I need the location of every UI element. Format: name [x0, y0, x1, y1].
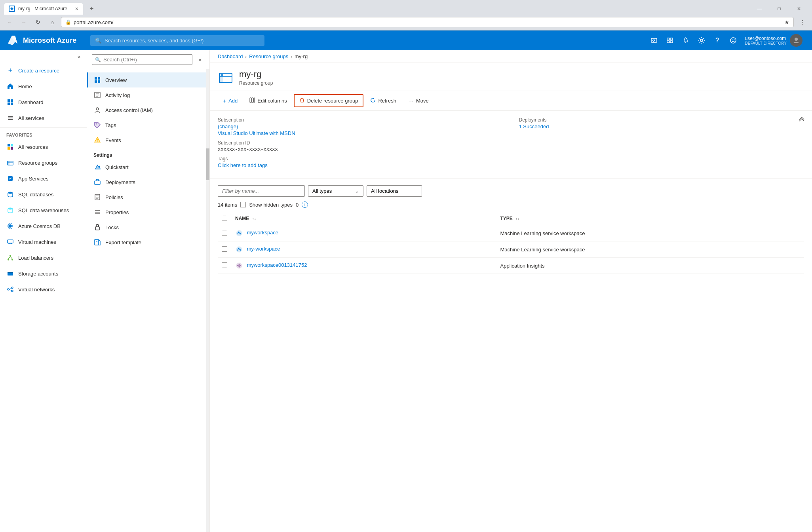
- subscription-value-link[interactable]: Visual Studio Ultimate with MSDN: [218, 130, 295, 136]
- svg-point-41: [11, 290, 13, 292]
- row3-name-link[interactable]: myworkspace0013141752: [247, 262, 307, 268]
- all-types-dropdown[interactable]: All types ⌄: [308, 185, 363, 197]
- sidebar-item-virtual-networks[interactable]: Virtual networks: [0, 281, 87, 297]
- blade-nav-access-control[interactable]: Access control (IAM): [87, 103, 209, 118]
- blade-nav-overview[interactable]: Overview: [87, 72, 209, 87]
- svg-rect-21: [11, 144, 13, 146]
- blade-nav-locks[interactable]: Locks: [87, 220, 209, 235]
- sidebar-item-sql-databases[interactable]: SQL databases: [0, 186, 87, 202]
- row1-name-cell: myworkspace: [231, 225, 496, 241]
- row1-checkbox[interactable]: [222, 230, 227, 236]
- header-icons: ? user@contoso.com DEFAULT DIRECTORY: [647, 32, 806, 48]
- all-locations-dropdown[interactable]: All locations: [367, 185, 422, 197]
- settings-btn[interactable]: [694, 33, 709, 48]
- global-search[interactable]: 🔍 Search resources, services, and docs (…: [90, 35, 264, 46]
- svg-rect-33: [8, 240, 13, 243]
- ml-workspace-icon: [235, 229, 243, 237]
- row1-checkbox-cell: [218, 225, 231, 241]
- new-tab-btn[interactable]: +: [86, 5, 97, 13]
- row2-name-link[interactable]: my-workspace: [247, 246, 280, 252]
- th-checkbox: [218, 212, 231, 225]
- info-collapse-btn[interactable]: [798, 116, 806, 124]
- blade-nav-deployments[interactable]: Deployments: [87, 175, 209, 190]
- sidebar-item-storage-accounts[interactable]: Storage accounts: [0, 266, 87, 281]
- breadcrumb-resource-groups[interactable]: Resource groups: [249, 53, 288, 59]
- svg-rect-2: [667, 38, 669, 40]
- tags-value-link[interactable]: Click here to add tags: [218, 162, 268, 168]
- deployments-icon: [93, 178, 101, 186]
- sidebar-item-all-services[interactable]: All services: [0, 110, 87, 126]
- add-btn[interactable]: + Add: [218, 95, 243, 107]
- delete-resource-group-btn[interactable]: Delete resource group: [294, 94, 364, 107]
- blade-nav-export-template[interactable]: Export template: [87, 235, 209, 250]
- resources-filters: All types ⌄ All locations: [218, 185, 804, 197]
- notifications-btn[interactable]: [679, 33, 693, 48]
- back-btn[interactable]: ←: [4, 17, 15, 28]
- deployments-value-link[interactable]: 1 Succeeded: [519, 124, 549, 129]
- sidebar-item-dashboard[interactable]: Dashboard: [0, 94, 87, 110]
- sidebar-item-sql-warehouses[interactable]: SQL data warehouses: [0, 202, 87, 218]
- help-btn[interactable]: ?: [710, 33, 725, 48]
- more-btn[interactable]: ⋮: [797, 17, 808, 28]
- blade-scrollbar-track[interactable]: [206, 69, 209, 532]
- sidebar-item-create[interactable]: + Create a resource: [0, 63, 87, 78]
- tab-title: my-rg - Microsoft Azure: [18, 6, 72, 11]
- sidebar-item-resource-groups[interactable]: Resource groups: [0, 155, 87, 171]
- forward-btn[interactable]: →: [18, 17, 29, 28]
- blade-nav-events[interactable]: Events: [87, 133, 209, 148]
- home-btn[interactable]: ⌂: [47, 17, 58, 28]
- filter-by-name-input[interactable]: [218, 185, 305, 197]
- select-all-checkbox[interactable]: [222, 215, 227, 220]
- reload-btn[interactable]: ↻: [32, 17, 44, 28]
- breadcrumb-dashboard[interactable]: Dashboard: [218, 53, 243, 59]
- edit-columns-btn[interactable]: Edit columns: [244, 95, 292, 107]
- move-btn[interactable]: → Move: [403, 95, 434, 107]
- minimize-btn[interactable]: —: [750, 3, 768, 15]
- edit-columns-label: Edit columns: [257, 98, 287, 104]
- breadcrumb: Dashboard › Resource groups › my-rg: [210, 50, 812, 63]
- sidebar-item-app-services[interactable]: App Services: [0, 171, 87, 186]
- directory-btn[interactable]: [663, 33, 677, 48]
- svg-rect-42: [95, 77, 97, 80]
- type-sort-icon[interactable]: ↑↓: [515, 217, 519, 221]
- name-sort-icon[interactable]: ↑↓: [252, 217, 256, 221]
- overview-icon: [93, 76, 101, 84]
- blade-collapse-btn[interactable]: «: [196, 53, 205, 66]
- blade-nav-policies[interactable]: Policies: [87, 190, 209, 205]
- info-col-right: Deployments 1 Succeeded: [519, 117, 804, 172]
- sidebar-item-load-balancers[interactable]: Load balancers: [0, 250, 87, 266]
- events-label: Events: [105, 137, 121, 143]
- sidebar-item-home[interactable]: Home: [0, 78, 87, 94]
- row1-name-link[interactable]: myworkspace: [247, 230, 278, 236]
- show-hidden-checkbox[interactable]: [240, 202, 246, 207]
- user-menu[interactable]: user@contoso.com DEFAULT DIRECTORY: [742, 32, 806, 48]
- tab-close-btn[interactable]: ×: [75, 6, 78, 12]
- address-bar[interactable]: 🔒 portal.azure.com/ ★: [61, 17, 794, 27]
- move-label: Move: [416, 98, 429, 104]
- refresh-btn[interactable]: Refresh: [365, 95, 401, 107]
- feedback-btn[interactable]: [726, 33, 740, 48]
- home-label: Home: [18, 84, 32, 89]
- settings-section-label: Settings: [87, 148, 209, 160]
- sidebar-item-virtual-machines[interactable]: Virtual machines: [0, 234, 87, 250]
- blade-nav-quickstart[interactable]: Quickstart: [87, 160, 209, 175]
- blade-nav-tags[interactable]: Tags: [87, 118, 209, 133]
- row2-checkbox[interactable]: [222, 246, 227, 252]
- maximize-btn[interactable]: □: [770, 3, 788, 15]
- svg-rect-20: [8, 144, 10, 146]
- info-deployments: Deployments 1 Succeeded: [519, 117, 804, 129]
- sidebar-collapse-btn[interactable]: «: [0, 50, 87, 63]
- blade-nav-activity-log[interactable]: Activity log: [87, 87, 209, 103]
- sidebar-item-all-resources[interactable]: All resources: [0, 139, 87, 155]
- blade-nav-properties[interactable]: Properties: [87, 205, 209, 220]
- bookmark-icon[interactable]: ★: [784, 19, 789, 25]
- row3-checkbox[interactable]: [222, 262, 227, 268]
- blade-scrollbar-thumb[interactable]: [206, 148, 209, 180]
- sidebar-item-cosmos-db[interactable]: Azure Cosmos DB: [0, 218, 87, 234]
- blade-search-input[interactable]: [92, 54, 192, 65]
- close-btn[interactable]: ✕: [790, 3, 808, 15]
- subscription-change-link[interactable]: (change): [218, 124, 238, 129]
- th-type: TYPE ↑↓: [496, 212, 804, 225]
- browser-tab[interactable]: my-rg - Microsoft Azure ×: [4, 3, 83, 15]
- cloud-shell-btn[interactable]: [647, 33, 661, 48]
